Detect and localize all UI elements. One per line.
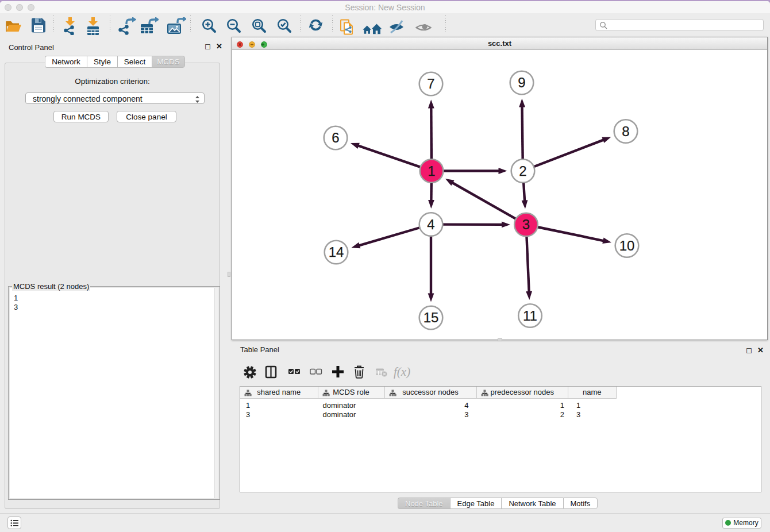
svg-text:1: 1	[428, 163, 435, 179]
svg-text:f(x): f(x)	[394, 365, 410, 379]
svg-text:4: 4	[427, 217, 434, 232]
svg-text:6: 6	[332, 130, 339, 145]
svg-text:8: 8	[622, 124, 629, 139]
svg-text:11: 11	[523, 308, 537, 323]
svg-text:14: 14	[329, 244, 344, 260]
svg-text:3: 3	[522, 217, 530, 232]
svg-text:10: 10	[619, 238, 635, 253]
svg-text:15: 15	[424, 310, 439, 325]
svg-text:2: 2	[519, 163, 526, 179]
svg-text:7: 7	[427, 76, 434, 91]
svg-text:9: 9	[518, 75, 525, 90]
